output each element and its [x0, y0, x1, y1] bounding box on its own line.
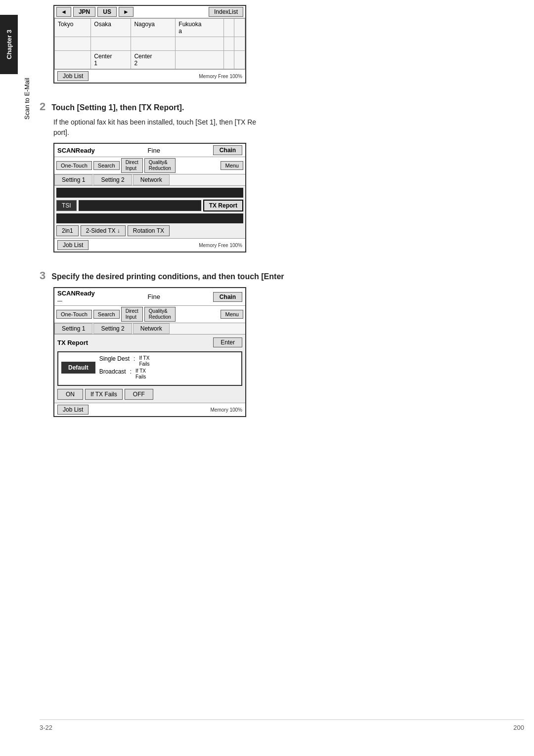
screen1-tab-setting1[interactable]: Setting 1: [54, 174, 92, 185]
screen2-memory: Memory 100%: [211, 407, 242, 413]
screen2-default-btn[interactable]: Default: [61, 362, 95, 374]
index-list-btn[interactable]: IndexList: [209, 7, 243, 17]
screen2-tx-report-title: TX Report: [57, 339, 88, 346]
table-row: Center1 Center2: [55, 51, 245, 69]
cell-r2c6: [234, 37, 245, 51]
screen0-joblist-btn[interactable]: Job List: [57, 71, 89, 81]
screen1-menu-btn[interactable]: Menu: [221, 161, 243, 170]
screen1-memory: Memory Free 100%: [199, 243, 242, 248]
step2-sub: If the optional fax kit has been install…: [53, 117, 519, 138]
screen2-chain-btn[interactable]: Chain: [213, 292, 242, 302]
screen1-content: TSI TX Report 2in1 2-Sided TX ↓ Rotation…: [54, 186, 245, 238]
step2-number: 2: [40, 100, 45, 113]
screen1-one-touch-btn[interactable]: One-Touch: [56, 161, 92, 170]
cell-r3c1: [55, 51, 91, 69]
main-content: ◄ JPN US ► IndexList Tokyo Osaka Nagoya …: [40, 5, 519, 426]
screen2-mode: Fine: [148, 293, 160, 300]
screen2-search-btn[interactable]: Search: [93, 310, 120, 319]
screen2: SCANReady — Fine Chain One-Touch Search …: [53, 287, 246, 417]
cell-r3c4: [176, 51, 224, 69]
screen1-bottom-row: 2in1 2-Sided TX ↓ Rotation TX: [56, 225, 243, 236]
screen1-dark-row1: [56, 188, 243, 198]
nav-next-btn[interactable]: ►: [119, 7, 134, 17]
step3-number: 3: [40, 269, 45, 282]
screen0-bottombar: Job List Memory Free 100%: [54, 69, 245, 83]
screen1: SCANReady Fine Chain One-Touch Search Di…: [53, 143, 246, 252]
screen2-colon2: :: [130, 368, 132, 380]
footer-page-num: 3-22: [40, 724, 52, 731]
screen2-tabs: Setting 1 Setting 2 Network: [54, 323, 245, 335]
cell-r2c3: [131, 37, 176, 51]
screen2-direct-input-btn[interactable]: DirectInput: [121, 307, 143, 322]
screen2-tab-setting2[interactable]: Setting 2: [93, 323, 132, 334]
screen2-off-btn[interactable]: OFF: [125, 389, 153, 400]
screen1-rotation-btn[interactable]: Rotation TX: [128, 225, 170, 236]
cell-r2c1: [55, 37, 91, 51]
screen2-one-touch-btn[interactable]: One-Touch: [56, 310, 92, 319]
cell-nagoya[interactable]: Nagoya: [131, 19, 176, 37]
screen2-indicator: —: [57, 298, 62, 303]
screen1-quality-btn[interactable]: Quality&Reduction: [144, 158, 176, 173]
step3-header: 3 Specify the desired printing condition…: [40, 261, 519, 284]
screen0-memory: Memory Free 100%: [199, 74, 242, 79]
screen1-2sided-btn[interactable]: 2-Sided TX ↓: [81, 225, 126, 236]
screen2-single-dest: Single Dest: [99, 355, 130, 367]
cell-center1[interactable]: Center1: [91, 51, 131, 69]
cell-r3c5: [223, 51, 234, 69]
screen2-if-tx-fails1: If TXFails: [139, 355, 149, 367]
screen2-status: SCANReady: [57, 290, 95, 297]
jpn-btn[interactable]: JPN: [73, 7, 95, 17]
screen0-container: ◄ JPN US ► IndexList Tokyo Osaka Nagoya …: [53, 5, 519, 84]
screen2-on-btn[interactable]: ON: [57, 389, 83, 400]
screen2-tab-setting1[interactable]: Setting 1: [54, 323, 92, 334]
screen2-colon1: :: [134, 355, 135, 367]
cell-r2c4: [176, 37, 224, 51]
table-row: Tokyo Osaka Nagoya Fukuokaa: [55, 19, 245, 37]
screen2-joblist-btn[interactable]: Job List: [57, 405, 89, 415]
cell-empty2: [234, 19, 245, 37]
scan-to-email-label: Scan to E-Mail: [21, 49, 33, 148]
screen2-onoff-row: ON If TX Fails OFF: [57, 389, 242, 400]
screen1-dark-row2: [56, 213, 243, 223]
screen2-menu-btn[interactable]: Menu: [221, 310, 243, 319]
page-footer: 3-22 200: [40, 719, 524, 731]
cell-center2[interactable]: Center2: [131, 51, 176, 69]
screen1-direct-input-btn[interactable]: DirectInput: [121, 158, 143, 173]
screen2-buttons: One-Touch Search DirectInput Quality&Red…: [54, 306, 245, 323]
screen2-content: TX Report Enter Default Single Dest : If…: [54, 335, 245, 403]
nav-prev-btn[interactable]: ◄: [56, 7, 71, 17]
screen1-bottombar: Job List Memory Free 100%: [54, 238, 245, 252]
screen2-if-tx-btn[interactable]: If TX Fails: [85, 389, 123, 400]
screen1-chain-btn[interactable]: Chain: [213, 145, 242, 155]
screen1-tsi-btn[interactable]: TSI: [56, 200, 77, 211]
screen1-mode: Fine: [148, 147, 160, 154]
step2-header: 2 Touch [Setting 1], then [TX Report].: [40, 92, 519, 115]
screen1-tab-network[interactable]: Network: [133, 174, 170, 185]
screen2-enter-btn[interactable]: Enter: [213, 337, 242, 347]
screen0-topbar: ◄ JPN US ► IndexList: [54, 6, 245, 18]
screen1-2in1-btn[interactable]: 2in1: [56, 225, 79, 236]
table-row: [55, 37, 245, 51]
step2-text: Touch [Setting 1], then [TX Report].: [51, 103, 184, 112]
cell-fukuoka[interactable]: Fukuokaa: [176, 19, 224, 37]
chapter-tab: Chapter 3: [0, 15, 18, 74]
cell-empty1: [223, 19, 234, 37]
screen2-tab-network[interactable]: Network: [133, 323, 170, 334]
screen2-options-text: Single Dest : If TXFails Broadcast : If …: [99, 355, 150, 380]
screen1-buttons: One-Touch Search DirectInput Quality&Red…: [54, 157, 245, 174]
screen1-joblist-btn[interactable]: Job List: [57, 240, 89, 250]
footer-page-right: 200: [513, 724, 524, 731]
screen2-quality-btn[interactable]: Quality&Reduction: [144, 307, 176, 322]
screen1-tsi-dark: [79, 200, 201, 211]
us-btn[interactable]: US: [97, 7, 117, 17]
screen1-tab-setting2[interactable]: Setting 2: [93, 174, 132, 185]
screen1-header: SCANReady Fine Chain: [54, 144, 245, 157]
cell-osaka[interactable]: Osaka: [91, 19, 131, 37]
cell-r2c2: [91, 37, 131, 51]
screen1-search-btn[interactable]: Search: [93, 161, 120, 170]
step3-text: Specify the desired printing conditions,…: [51, 272, 284, 281]
screen-indexlist: ◄ JPN US ► IndexList Tokyo Osaka Nagoya …: [53, 5, 246, 84]
screen1-tx-report-btn[interactable]: TX Report: [203, 200, 243, 211]
cell-tokyo[interactable]: Tokyo: [55, 19, 91, 37]
address-grid: Tokyo Osaka Nagoya Fukuokaa: [54, 18, 245, 69]
